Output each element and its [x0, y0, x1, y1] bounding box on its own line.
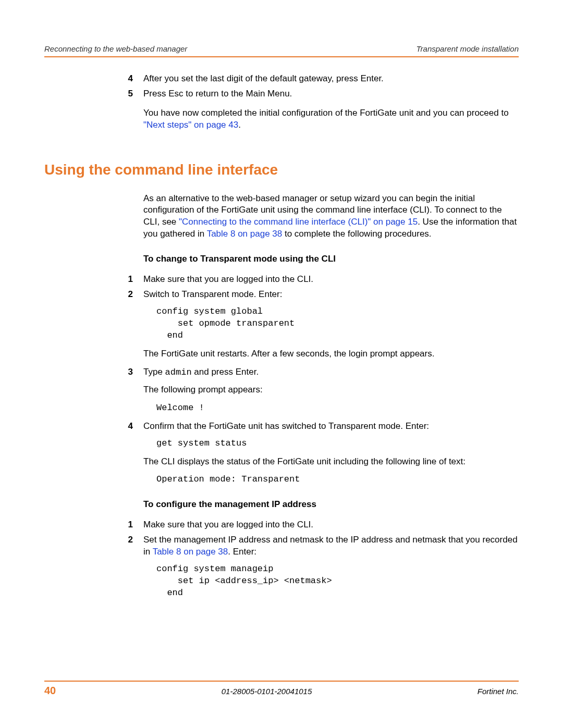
step-number: 2 [123, 534, 143, 558]
content: 4 After you set the last digit of the de… [123, 73, 519, 599]
step-number: 5 [123, 88, 143, 100]
step-number: 1 [123, 519, 143, 531]
header-right: Transparent mode installation [417, 44, 519, 53]
header-left: Reconnecting to the web-based manager [44, 44, 187, 53]
link-next-steps[interactable]: "Next steps" on page 43 [143, 120, 238, 130]
subheading-transparent-mode: To change to Transparent mode using the … [143, 253, 519, 265]
mgmt-step-2: 2 Set the management IP address and netm… [123, 534, 519, 558]
text: . [238, 120, 241, 130]
page: Reconnecting to the web-based manager Tr… [0, 0, 563, 728]
link-connecting-cli[interactable]: "Connecting to the command line interfac… [179, 217, 418, 227]
intro-step-4: 4 After you set the last digit of the de… [123, 73, 519, 85]
restart-text: The FortiGate unit restarts. After a few… [143, 348, 519, 360]
code-block-get-status: get system status [156, 438, 519, 450]
link-table8[interactable]: Table 8 on page 38 [207, 229, 283, 239]
step-text: Press Esc to return to the Main Menu. [143, 88, 519, 100]
step-text: After you set the last digit of the defa… [143, 73, 519, 85]
cli-step-3: 3 Type admin and press Enter. [123, 366, 519, 379]
footer-rule [44, 681, 519, 682]
link-table8[interactable]: Table 8 on page 38 [153, 547, 228, 557]
step-text: Set the management IP address and netmas… [143, 534, 519, 558]
header-rule [44, 56, 519, 57]
step-number: 4 [123, 421, 143, 433]
code-block-opmode: Operation mode: Transparent [156, 474, 519, 486]
subheading-management-ip: To configure the management IP address [143, 499, 519, 511]
mgmt-step-1: 1 Make sure that you are logged into the… [123, 519, 519, 531]
step-number: 2 [123, 289, 143, 301]
doc-id: 01-28005-0101-20041015 [222, 687, 312, 696]
cli-step-1: 1 Make sure that you are logged into the… [123, 274, 519, 286]
text: and press Enter. [192, 367, 259, 377]
mono-admin: admin [165, 367, 192, 377]
completion-paragraph: You have now completed the initial confi… [143, 107, 519, 131]
text: Type [143, 367, 165, 377]
text: . Enter: [228, 547, 256, 557]
cli-step-2: 2 Switch to Transparent mode. Enter: [123, 289, 519, 301]
code-block-welcome: Welcome ! [156, 402, 519, 414]
section-heading: Using the command line interface [44, 160, 519, 180]
status-text: The CLI displays the status of the Forti… [143, 456, 519, 468]
page-header: Reconnecting to the web-based manager Tr… [44, 44, 519, 56]
intro-step-5: 5 Press Esc to return to the Main Menu. [123, 88, 519, 100]
step-number: 1 [123, 274, 143, 286]
prompt-text: The following prompt appears: [143, 384, 519, 396]
text: You have now completed the initial confi… [143, 108, 509, 118]
step-text: Switch to Transparent mode. Enter: [143, 289, 519, 301]
page-number: 40 [44, 685, 56, 697]
page-footer: 40 01-28005-0101-20041015 Fortinet Inc. [44, 681, 519, 697]
footer-row: 40 01-28005-0101-20041015 Fortinet Inc. [44, 685, 519, 697]
step-text: Make sure that you are logged into the C… [143, 274, 519, 286]
text: to complete the following procedures. [282, 229, 431, 239]
code-block-config-global: config system global set opmode transpar… [156, 306, 519, 342]
company-name: Fortinet Inc. [478, 687, 519, 696]
section-intro: As an alternative to the web-based manag… [143, 193, 519, 241]
step-number: 4 [123, 73, 143, 85]
code-block-manageip: config system manageip set ip <address_i… [156, 563, 519, 599]
cli-step-4: 4 Confirm that the FortiGate unit has sw… [123, 421, 519, 433]
step-number: 3 [123, 366, 143, 379]
step-text: Type admin and press Enter. [143, 366, 519, 379]
step-text: Make sure that you are logged into the C… [143, 519, 519, 531]
step-text: Confirm that the FortiGate unit has swit… [143, 421, 519, 433]
